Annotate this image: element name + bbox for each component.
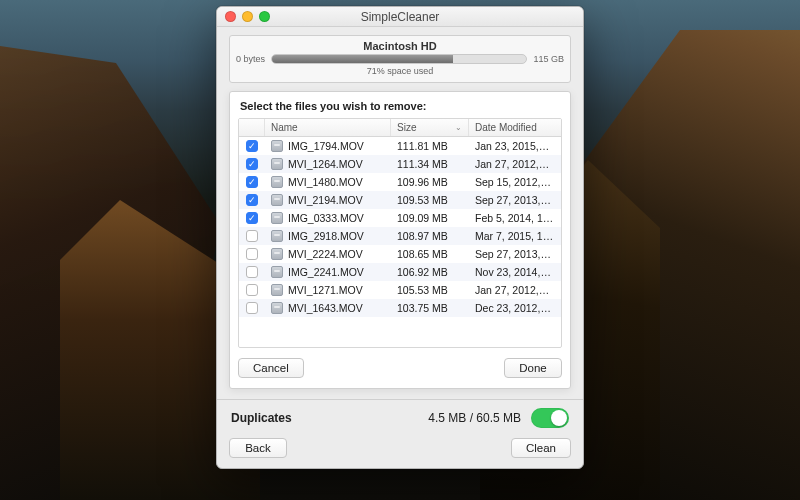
table-header: Name Size⌄ Date Modified — [239, 119, 561, 137]
row-checkbox[interactable] — [246, 248, 258, 260]
file-icon — [271, 266, 283, 278]
zoom-icon[interactable] — [259, 11, 270, 22]
col-name[interactable]: Name — [265, 119, 391, 136]
file-icon — [271, 284, 283, 296]
row-date-cell: Sep 15, 2012,… — [469, 176, 561, 188]
row-filename: MVI_1480.MOV — [288, 176, 363, 188]
row-date-cell: Sep 27, 2013,… — [469, 194, 561, 206]
file-table: Name Size⌄ Date Modified ✓IMG_1794.MOV11… — [238, 118, 562, 348]
row-name-cell[interactable]: MVI_1480.MOV — [265, 176, 391, 188]
row-date-cell: Mar 7, 2015, 1… — [469, 230, 561, 242]
minimize-icon[interactable] — [242, 11, 253, 22]
col-size[interactable]: Size⌄ — [391, 119, 469, 136]
row-checkbox-cell[interactable]: ✓ — [239, 194, 265, 206]
row-checkbox[interactable]: ✓ — [246, 194, 258, 206]
row-checkbox[interactable] — [246, 302, 258, 314]
row-checkbox[interactable] — [246, 284, 258, 296]
row-name-cell[interactable]: MVI_1271.MOV — [265, 284, 391, 296]
table-row[interactable]: ✓MVI_2194.MOV109.53 MBSep 27, 2013,… — [239, 191, 561, 209]
row-checkbox-cell[interactable] — [239, 248, 265, 260]
row-date-cell: Jan 23, 2015,… — [469, 140, 561, 152]
table-row[interactable]: MVI_1271.MOV105.53 MBJan 27, 2012,… — [239, 281, 561, 299]
duplicates-stats: 4.5 MB / 60.5 MB — [428, 411, 521, 425]
row-checkbox[interactable]: ✓ — [246, 140, 258, 152]
disk-percent-label: 71% space used — [236, 66, 564, 76]
row-size-cell: 109.09 MB — [391, 212, 469, 224]
row-size-cell: 103.75 MB — [391, 302, 469, 314]
row-filename: MVI_2194.MOV — [288, 194, 363, 206]
row-name-cell[interactable]: MVI_2224.MOV — [265, 248, 391, 260]
row-name-cell[interactable]: IMG_2918.MOV — [265, 230, 391, 242]
cancel-button[interactable]: Cancel — [238, 358, 304, 378]
col-date[interactable]: Date Modified — [469, 119, 561, 136]
table-row[interactable]: ✓MVI_1480.MOV109.96 MBSep 15, 2012,… — [239, 173, 561, 191]
row-checkbox-cell[interactable] — [239, 266, 265, 278]
row-filename: IMG_2918.MOV — [288, 230, 364, 242]
row-filename: MVI_2224.MOV — [288, 248, 363, 260]
disk-usage-box: Macintosh HD 0 bytes 115 GB 71% space us… — [229, 35, 571, 83]
row-size-cell: 109.96 MB — [391, 176, 469, 188]
file-icon — [271, 248, 283, 260]
file-icon — [271, 302, 283, 314]
file-selection-sheet: Select the files you wish to remove: Nam… — [229, 91, 571, 389]
table-row[interactable]: IMG_2241.MOV106.92 MBNov 23, 2014,… — [239, 263, 561, 281]
table-row[interactable]: ✓IMG_0333.MOV109.09 MBFeb 5, 2014, 1… — [239, 209, 561, 227]
row-date-cell: Feb 5, 2014, 1… — [469, 212, 561, 224]
row-filename: IMG_1794.MOV — [288, 140, 364, 152]
row-checkbox[interactable] — [246, 266, 258, 278]
row-name-cell[interactable]: IMG_2241.MOV — [265, 266, 391, 278]
row-checkbox-cell[interactable]: ✓ — [239, 140, 265, 152]
col-checkbox[interactable] — [239, 119, 265, 136]
row-checkbox[interactable]: ✓ — [246, 158, 258, 170]
file-icon — [271, 140, 283, 152]
row-name-cell[interactable]: IMG_0333.MOV — [265, 212, 391, 224]
row-filename: MVI_1271.MOV — [288, 284, 363, 296]
row-filename: IMG_0333.MOV — [288, 212, 364, 224]
done-button[interactable]: Done — [504, 358, 562, 378]
disk-usage-fill — [272, 55, 453, 63]
row-name-cell[interactable]: MVI_1264.MOV — [265, 158, 391, 170]
table-row[interactable]: MVI_2224.MOV108.65 MBSep 27, 2013,… — [239, 245, 561, 263]
disk-name: Macintosh HD — [236, 40, 564, 52]
file-icon — [271, 194, 283, 206]
bottom-bar: Back Clean — [217, 432, 583, 468]
row-checkbox[interactable]: ✓ — [246, 212, 258, 224]
table-body[interactable]: ✓IMG_1794.MOV111.81 MBJan 23, 2015,…✓MVI… — [239, 137, 561, 346]
row-checkbox-cell[interactable] — [239, 230, 265, 242]
row-date-cell: Nov 23, 2014,… — [469, 266, 561, 278]
back-button[interactable]: Back — [229, 438, 287, 458]
row-size-cell: 108.97 MB — [391, 230, 469, 242]
duplicates-label: Duplicates — [231, 411, 292, 425]
titlebar[interactable]: SimpleCleaner — [217, 7, 583, 27]
row-filename: IMG_2241.MOV — [288, 266, 364, 278]
table-row[interactable]: ✓MVI_1264.MOV111.34 MBJan 27, 2012,… — [239, 155, 561, 173]
row-checkbox-cell[interactable]: ✓ — [239, 158, 265, 170]
row-filename: MVI_1643.MOV — [288, 302, 363, 314]
row-name-cell[interactable]: IMG_1794.MOV — [265, 140, 391, 152]
row-size-cell: 109.53 MB — [391, 194, 469, 206]
file-icon — [271, 158, 283, 170]
table-row[interactable]: ✓IMG_1794.MOV111.81 MBJan 23, 2015,… — [239, 137, 561, 155]
row-checkbox[interactable] — [246, 230, 258, 242]
row-checkbox-cell[interactable] — [239, 302, 265, 314]
duplicates-toggle[interactable] — [531, 408, 569, 428]
row-date-cell: Sep 27, 2013,… — [469, 248, 561, 260]
row-size-cell: 111.81 MB — [391, 140, 469, 152]
table-row[interactable]: IMG_2918.MOV108.97 MBMar 7, 2015, 1… — [239, 227, 561, 245]
row-date-cell: Dec 23, 2012,… — [469, 302, 561, 314]
row-checkbox-cell[interactable]: ✓ — [239, 176, 265, 188]
close-icon[interactable] — [225, 11, 236, 22]
row-date-cell: Jan 27, 2012,… — [469, 158, 561, 170]
sort-caret-icon: ⌄ — [455, 123, 462, 132]
clean-button[interactable]: Clean — [511, 438, 571, 458]
row-checkbox-cell[interactable]: ✓ — [239, 212, 265, 224]
row-checkbox-cell[interactable] — [239, 284, 265, 296]
table-row[interactable]: MVI_1643.MOV103.75 MBDec 23, 2012,… — [239, 299, 561, 317]
row-date-cell: Jan 27, 2012,… — [469, 284, 561, 296]
row-name-cell[interactable]: MVI_2194.MOV — [265, 194, 391, 206]
window-title: SimpleCleaner — [217, 10, 583, 24]
row-checkbox[interactable]: ✓ — [246, 176, 258, 188]
row-name-cell[interactable]: MVI_1643.MOV — [265, 302, 391, 314]
row-size-cell: 111.34 MB — [391, 158, 469, 170]
file-icon — [271, 230, 283, 242]
